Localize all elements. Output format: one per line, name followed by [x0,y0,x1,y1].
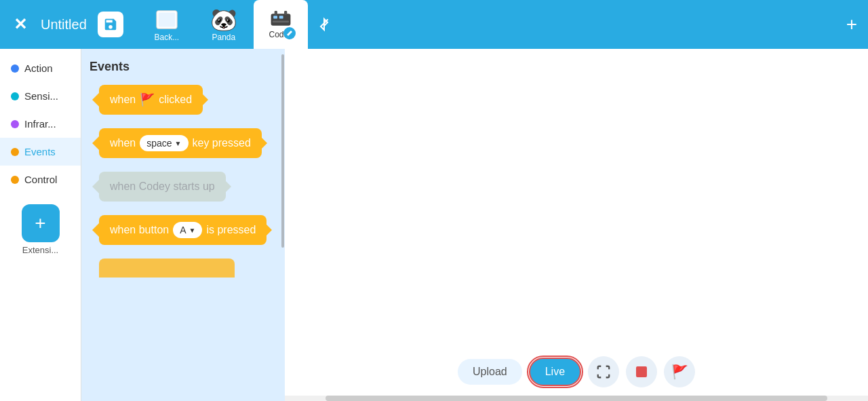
when-clicked-text-after: clicked [159,94,192,106]
key-dropdown-value: space [146,138,172,149]
run-flag-icon: 🚩 [671,364,688,380]
svg-rect-2 [271,14,290,25]
infrared-dot [11,120,19,128]
run-button[interactable]: 🚩 [664,356,695,387]
when-button-text-after: is pressed [206,224,256,236]
block-when-codey-starts[interactable]: when Codey starts up [90,172,277,202]
category-sidebar: Action Sensi... Infrar... Events Control… [0,49,81,401]
tab-codey[interactable]: Codey [254,0,308,49]
tab-panda-label: Panda [212,33,235,42]
tab-panda[interactable]: 🐼 Panda [197,0,251,49]
tab-backdrop-label: Back... [154,33,179,42]
extensions-section[interactable]: + Extensi... [22,204,60,255]
add-button[interactable]: + [846,14,857,35]
svg-rect-1 [158,13,175,27]
device-tabs: Back... 🐼 Panda Codey [140,0,338,49]
sidebar-item-sensing-label: Sensi... [24,90,58,102]
key-dropdown-pill[interactable]: space ▼ [140,135,188,151]
sidebar-item-events[interactable]: Events [0,138,81,166]
when-button-text-before: when button [110,224,169,236]
project-title: Untitled [41,17,87,33]
close-button[interactable]: ✕ [8,12,33,37]
fullscreen-icon [596,364,611,379]
when-button-block[interactable]: when button A ▼ is pressed [99,215,267,245]
stop-button[interactable] [626,356,657,387]
svg-rect-6 [274,11,277,15]
plus-icon: + [35,214,45,233]
upload-button[interactable]: Upload [458,359,522,385]
when-key-pressed-block[interactable]: when space ▼ key pressed [99,128,262,158]
extensions-label: Extensi... [22,245,58,255]
partial-block-yellow [99,259,235,278]
edit-icon [286,30,293,37]
save-icon [103,17,118,32]
bottom-toolbar: Upload Live 🚩 [458,356,695,387]
sensing-dot [11,92,19,100]
button-dropdown-arrow: ▼ [189,227,196,234]
panda-icon: 🐼 [210,7,237,33]
control-dot [11,176,19,184]
canvas-area[interactable]: Upload Live 🚩 [285,49,868,401]
svg-rect-5 [273,20,289,22]
when-clicked-block[interactable]: when 🚩 clicked [99,85,203,115]
svg-rect-3 [273,16,277,18]
sidebar-item-control[interactable]: Control [0,166,81,193]
when-key-text-before: when [110,137,136,149]
blocks-scrollbar-thumb[interactable] [281,54,284,248]
main-content: Action Sensi... Infrar... Events Control… [0,49,868,401]
sidebar-item-action-label: Action [24,62,53,74]
canvas-scrollbar-thumb[interactable] [326,396,827,401]
svg-rect-7 [284,11,287,15]
when-codey-starts-block[interactable]: when Codey starts up [99,172,226,202]
when-key-text-after: key pressed [193,137,251,149]
tab-backdrop[interactable]: Back... [140,0,194,49]
sidebar-item-infrared-label: Infrar... [24,118,56,130]
when-codey-starts-text: when Codey starts up [110,180,215,193]
blocks-panel: Events when 🚩 clicked when space ▼ key p… [81,49,285,401]
codey-badge [283,27,296,39]
sidebar-item-sensing[interactable]: Sensi... [0,82,81,110]
blocks-panel-title: Events [90,60,277,74]
add-extension-button[interactable]: + [22,204,60,242]
key-dropdown-arrow: ▼ [175,140,182,147]
stop-icon [636,366,647,377]
when-clicked-text-before: when [110,94,136,106]
live-button[interactable]: Live [529,358,581,386]
sidebar-item-control-label: Control [24,174,57,185]
save-button[interactable] [98,12,123,37]
flag-icon: 🚩 [140,92,155,107]
block-when-button[interactable]: when button A ▼ is pressed [90,215,277,245]
button-dropdown-pill[interactable]: A ▼ [173,222,202,238]
block-when-clicked[interactable]: when 🚩 clicked [90,85,277,115]
sidebar-item-infrared[interactable]: Infrar... [0,110,81,138]
fullscreen-button[interactable] [588,356,619,387]
block-when-key-pressed[interactable]: when space ▼ key pressed [90,128,277,158]
sidebar-item-action[interactable]: Action [0,54,81,82]
action-dot [11,64,19,73]
backdrop-icon [154,7,180,33]
header: ✕ Untitled Back... 🐼 Panda [0,0,868,49]
tab-bluetooth[interactable] [311,0,338,49]
bluetooth-icon [316,16,332,33]
svg-rect-4 [279,16,283,18]
partial-block [90,259,277,278]
sidebar-item-events-label: Events [24,146,56,157]
events-dot [11,148,19,156]
button-dropdown-value: A [180,225,186,235]
canvas-horizontal-scrollbar[interactable] [285,396,868,401]
